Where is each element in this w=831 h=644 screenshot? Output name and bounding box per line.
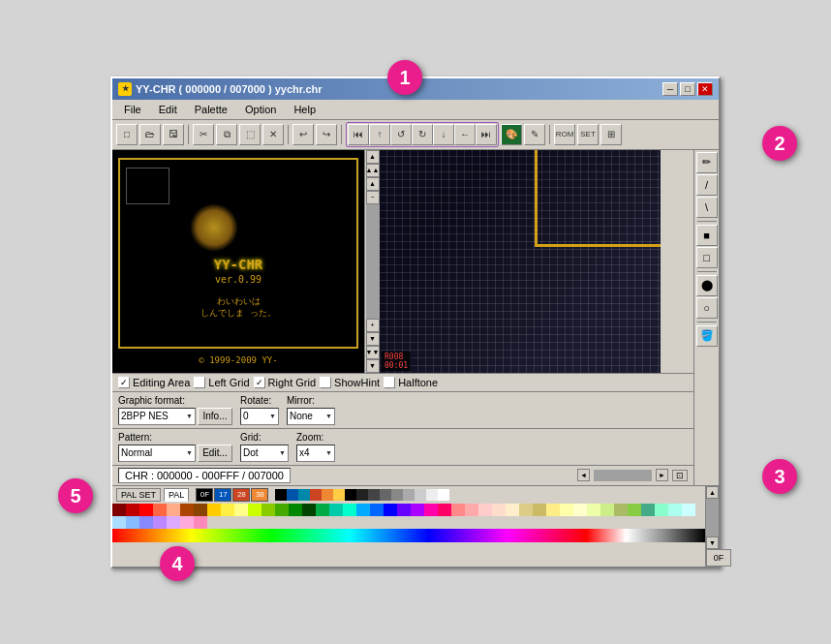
pc-r0c18[interactable] [356, 504, 370, 516]
pal-scroll-track[interactable] [706, 499, 719, 537]
swatch-9[interactable] [380, 489, 391, 501]
swatch-13[interactable] [426, 489, 438, 501]
pc-r1c9[interactable] [573, 504, 587, 516]
pc-r1c14[interactable] [641, 504, 655, 516]
menu-help[interactable]: Help [286, 102, 323, 117]
toolbar-charmap[interactable]: ⊞ [600, 124, 622, 145]
toolbar-redo[interactable]: ↪ [316, 124, 337, 145]
toolbar-set[interactable]: SET [577, 124, 599, 145]
tool-line1[interactable]: / [696, 174, 718, 196]
pc-r1c13[interactable] [628, 504, 641, 516]
pc-r0c8[interactable] [221, 504, 234, 516]
tool-ellipse-fill[interactable]: ⬤ [696, 275, 718, 296]
menu-option[interactable]: Option [237, 102, 284, 117]
pc-r1c11[interactable] [600, 504, 614, 516]
pc-r0c14[interactable] [302, 504, 316, 516]
toolbar-save[interactable]: 🖫 [163, 124, 184, 145]
tool-fill[interactable]: 🪣 [696, 325, 718, 347]
pc-r1c1[interactable] [465, 504, 478, 516]
pc-r0c10[interactable] [248, 504, 262, 516]
pc-r1c17[interactable] [682, 504, 695, 516]
editing-area-checkbox[interactable]: ✓ [118, 377, 130, 388]
pc-r1c23[interactable] [180, 516, 194, 529]
swatch-3[interactable] [310, 489, 322, 501]
pc-r0c19[interactable] [370, 504, 384, 516]
graphic-format-dropdown[interactable]: 2BPP NES ▼ [118, 408, 196, 425]
toolbar-new[interactable]: □ [116, 124, 138, 145]
maximize-button[interactable]: □ [680, 82, 695, 96]
hscroll-left[interactable]: ◄ [577, 469, 590, 481]
hscroll-right[interactable]: ► [656, 469, 668, 481]
tool-rect-outline[interactable]: □ [696, 247, 718, 268]
pc-r1c7[interactable] [546, 504, 560, 516]
pc-r0c12[interactable] [275, 504, 289, 516]
pc-r1c22[interactable] [167, 516, 180, 529]
pc-r0c4[interactable] [167, 504, 180, 516]
pc-r1c19[interactable] [126, 516, 139, 529]
toolbar-open[interactable]: 🗁 [139, 124, 161, 145]
vscroll-up2[interactable]: ▲ [366, 177, 380, 191]
pc-r1c10[interactable] [587, 504, 600, 516]
show-hint-checkbox[interactable] [320, 377, 331, 388]
pc-r0c2[interactable] [139, 504, 153, 516]
pal-current-value[interactable]: 0F [706, 549, 731, 567]
pal-set-tab[interactable]: PAL SET [116, 488, 161, 502]
right-edit-area[interactable]: R008 00:01 [380, 150, 661, 373]
swatch-10[interactable] [391, 489, 403, 501]
right-grid-checkbox[interactable]: ✓ [254, 377, 265, 388]
swatch-8[interactable] [368, 489, 380, 501]
pc-r0c6[interactable] [194, 504, 207, 516]
toolbar-prev-all[interactable]: ⏮ [348, 124, 369, 145]
tool-rect-fill[interactable]: ■ [696, 225, 718, 246]
pal-hex-0[interactable]: 0F [196, 488, 213, 502]
info-button[interactable]: Info... [198, 408, 232, 425]
pc-r0c5[interactable] [180, 504, 194, 516]
toolbar-rom[interactable]: ROM [554, 124, 575, 145]
tool-line2[interactable]: \ [696, 197, 718, 218]
pc-r1c4[interactable] [506, 504, 519, 516]
menu-palette[interactable]: Palette [187, 102, 235, 117]
toolbar-delete[interactable]: ✕ [262, 124, 284, 145]
left-grid-checkbox[interactable] [194, 377, 205, 388]
mirror-dropdown[interactable]: None ▼ [287, 408, 335, 425]
pc-r0c16[interactable] [329, 504, 343, 516]
pc-r0c20[interactable] [384, 504, 397, 516]
toolbar-up[interactable]: ↑ [369, 124, 390, 145]
pc-r0c21[interactable] [397, 504, 411, 516]
zoom-dropdown[interactable]: x4 ▼ [296, 445, 335, 462]
pc-r1c12[interactable] [614, 504, 628, 516]
pal-hex-2[interactable]: 28 [232, 488, 250, 502]
pattern-dropdown[interactable]: Normal ▼ [118, 445, 196, 462]
pal-tab[interactable]: PAL [164, 488, 189, 502]
toolbar-rotate-right[interactable]: ↻ [412, 124, 433, 145]
toolbar-edit2[interactable]: ✎ [524, 124, 545, 145]
pal-scroll-down[interactable]: ▼ [706, 537, 719, 549]
swatch-0[interactable] [275, 489, 287, 501]
hscroll-thumb[interactable]: ⊡ [672, 470, 688, 481]
swatch-12[interactable] [415, 489, 426, 501]
toolbar-undo[interactable]: ↩ [292, 124, 314, 145]
pc-r1c3[interactable] [492, 504, 506, 516]
swatch-6[interactable] [345, 489, 356, 501]
vscroll-dbl-up[interactable]: ▲▲ [366, 164, 380, 177]
hscroll-track[interactable] [594, 470, 652, 481]
vscroll-track[interactable] [366, 204, 380, 319]
menu-edit[interactable]: Edit [151, 102, 185, 117]
pc-r1c24[interactable] [194, 516, 207, 529]
pc-r0c1[interactable] [126, 504, 139, 516]
pc-r0c3[interactable] [153, 504, 167, 516]
toolbar-color-swap[interactable]: 🎨 [501, 124, 522, 145]
tool-pencil[interactable]: ✏ [696, 152, 718, 173]
grid-dropdown[interactable]: Dot ▼ [240, 445, 289, 462]
pc-r0c7[interactable] [207, 504, 221, 516]
pc-r1c20[interactable] [139, 516, 153, 529]
toolbar-cut[interactable]: ✂ [193, 124, 214, 145]
pc-r1c15[interactable] [655, 504, 668, 516]
pal-hex-3[interactable]: 38 [251, 488, 268, 502]
pc-r0c9[interactable] [234, 504, 248, 516]
vscroll-up[interactable]: ▲ [366, 150, 380, 164]
pixel-canvas[interactable]: YY-CHR ver.0.99 わいわいは しんでしま った。 © 1999-2… [112, 150, 364, 373]
toolbar-prev[interactable]: ← [454, 124, 476, 145]
vscroll-plus[interactable]: + [366, 319, 380, 332]
rotate-dropdown[interactable]: 0 ▼ [240, 408, 279, 425]
